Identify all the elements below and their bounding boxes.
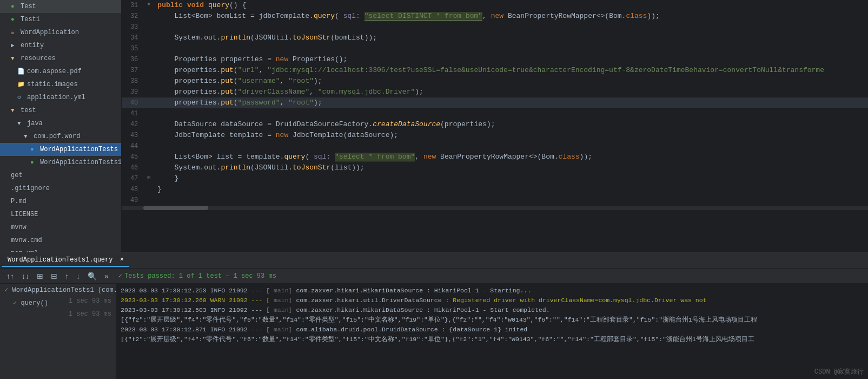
log-json-text: [{"f2":"展开层级","f4":"零件代号","f6":"数量","f14… bbox=[121, 336, 754, 343]
run-item-class[interactable]: ✓ WordApplicationTests1 (com.p 1 sec 93 … bbox=[0, 284, 116, 297]
bottom-panel: WordApplicationTests1.query × ↑↑ ↓↓ ⊞ ⊟ … bbox=[0, 252, 868, 379]
log-time: 2023-03-03 17:30:12.253 bbox=[121, 287, 207, 294]
settings-btn[interactable]: ⊟ bbox=[49, 271, 59, 282]
log-line-json2: [{"f2":"展开层级","f4":"零件代号","f6":"数量","f14… bbox=[121, 335, 864, 344]
sidebar-item-label: com.aspose.pdf bbox=[27, 66, 82, 77]
circle-icon: ● bbox=[11, 14, 18, 25]
sidebar-item-get[interactable]: get bbox=[0, 169, 121, 182]
line-number: 41 bbox=[122, 108, 144, 119]
bottom-toolbar: ↑↑ ↓↓ ⊞ ⊟ ↑ ↓ 🔍 » ✓ Tests passed: 1 of 1… bbox=[0, 269, 868, 284]
line-number: 39 bbox=[122, 87, 144, 97]
down-btn[interactable]: ↓ bbox=[74, 271, 82, 282]
sidebar-item-pomxml[interactable]: pom.xml bbox=[0, 247, 121, 252]
sidebar: ● Test ● Test1 ☕ WordApplication ▶ entit… bbox=[0, 0, 122, 252]
code-row-44: 44 bbox=[122, 141, 868, 152]
gutter bbox=[144, 141, 153, 152]
gutter bbox=[144, 119, 153, 130]
gutter bbox=[144, 32, 153, 43]
code-line: DataSource dataSource = DruidDataSourceF… bbox=[153, 119, 868, 130]
java-icon: ☕ bbox=[11, 27, 18, 38]
gutter bbox=[144, 65, 153, 76]
log-area[interactable]: 2023-03-03 17:30:12.253 INFO 21092 --- [… bbox=[116, 284, 868, 379]
fold-btn[interactable]: ▼ bbox=[145, 2, 152, 8]
sidebar-item-test[interactable]: ● Test bbox=[0, 0, 121, 13]
sidebar-item-wordapp[interactable]: ☕ WordApplication bbox=[0, 26, 121, 39]
more-btn[interactable]: » bbox=[102, 271, 111, 282]
log-thread: main] bbox=[274, 306, 293, 313]
sidebar-item-license[interactable]: LICENSE bbox=[0, 208, 121, 221]
sidebar-item-mvnwcmd[interactable]: mvnw.cmd bbox=[0, 234, 121, 247]
log-thread: main] bbox=[274, 297, 293, 304]
gutter bbox=[144, 54, 153, 65]
sidebar-item-label: WordApplicationTests1 bbox=[40, 157, 122, 168]
sidebar-item-label: pom.xml bbox=[11, 248, 38, 252]
code-line: } bbox=[153, 184, 868, 195]
log-thread: main] bbox=[274, 326, 293, 333]
line-number: 38 bbox=[122, 76, 144, 87]
gutter bbox=[144, 130, 153, 141]
log-logger: com.zaxxer.hikari.HikariDataSource bbox=[296, 287, 423, 294]
folder-icon: ▼ bbox=[24, 131, 31, 142]
line-number: 33 bbox=[122, 22, 144, 32]
sidebar-item-label: Test bbox=[21, 1, 36, 12]
sidebar-item-pmd[interactable]: P.md bbox=[0, 195, 121, 208]
horizontal-scrollbar[interactable] bbox=[122, 206, 868, 210]
gutter bbox=[144, 76, 153, 87]
rerun-failed-btn[interactable]: ↓↓ bbox=[19, 271, 31, 282]
log-time: 2023-03-03 17:30:12.503 bbox=[121, 306, 207, 313]
code-row-47: 47 ⊞ } bbox=[122, 173, 868, 184]
fold-btn[interactable]: ⊞ bbox=[145, 174, 152, 181]
scrollbar-thumb[interactable] bbox=[143, 206, 208, 210]
sidebar-item-label: get bbox=[11, 170, 23, 181]
arrow-down-icon: ▼ bbox=[11, 53, 18, 64]
log-logger: com.zaxxer.hikari.HikariDataSource bbox=[296, 306, 423, 313]
rerun-btn[interactable]: ↑↑ bbox=[4, 271, 16, 282]
line-number: 35 bbox=[122, 43, 144, 54]
log-time: 2023-03-03 17:30:12.260 bbox=[121, 297, 207, 304]
code-row-31: 31 ▼ public void query() { bbox=[122, 0, 868, 11]
sidebar-item-java[interactable]: ▼ java bbox=[0, 117, 121, 130]
code-line: List<Bom> list = template.query( sql: "s… bbox=[153, 152, 868, 162]
code-row-39: 39 properties.put("driverClassName", "co… bbox=[122, 87, 868, 97]
line-number: 40 bbox=[122, 97, 144, 108]
line-number: 37 bbox=[122, 65, 144, 76]
sidebar-item-label: mvnw bbox=[11, 222, 26, 233]
code-line: } bbox=[153, 173, 868, 184]
code-row-41: 41 bbox=[122, 108, 868, 119]
stop-btn[interactable]: ⊞ bbox=[35, 271, 45, 282]
gutter bbox=[144, 108, 153, 119]
sidebar-item-label: test bbox=[21, 105, 36, 116]
up-btn[interactable]: ↑ bbox=[63, 271, 71, 282]
sidebar-item-testdir[interactable]: ▼ test bbox=[0, 104, 121, 117]
log-msg: : {dataSource-1} inited bbox=[442, 326, 528, 333]
tab-label: WordApplicationTests1.query bbox=[8, 256, 112, 264]
sidebar-item-wordapptests1[interactable]: ● WordApplicationTests1 bbox=[0, 156, 121, 169]
sidebar-item-yml[interactable]: ⚙ application.yml bbox=[0, 91, 121, 104]
folder-icon: ▼ bbox=[17, 118, 25, 129]
code-table: 31 ▼ public void query() { 32 List<Bom> … bbox=[122, 0, 868, 206]
sidebar-item-test1[interactable]: ● Test1 bbox=[0, 13, 121, 26]
sidebar-item-compdfword[interactable]: ▼ com.pdf.word bbox=[0, 130, 121, 143]
filter-btn[interactable]: 🔍 bbox=[85, 271, 99, 282]
gutter bbox=[144, 184, 153, 195]
sidebar-item-wordapptests[interactable]: ● WordApplicationTests bbox=[0, 143, 121, 156]
sidebar-item-aspose[interactable]: 📄 com.aspose.pdf bbox=[0, 65, 121, 78]
close-tab-btn[interactable]: × bbox=[120, 256, 124, 264]
sidebar-item-gitignore[interactable]: .gitignore bbox=[0, 182, 121, 195]
sidebar-item-label: LICENSE bbox=[11, 209, 38, 220]
sidebar-item-static[interactable]: 📁 static.images bbox=[0, 78, 121, 91]
code-scroll[interactable]: 31 ▼ public void query() { 32 List<Bom> … bbox=[122, 0, 868, 252]
gutter: ⊞ bbox=[144, 173, 153, 184]
sidebar-item-label: P.md bbox=[11, 196, 26, 207]
run-item-time: 1 sec 93 ms bbox=[69, 309, 111, 319]
log-line: 2023-03-03 17:30:12.871 INFO 21092 --- [… bbox=[121, 325, 864, 335]
line-number: 46 bbox=[122, 162, 144, 173]
bottom-tab-query[interactable]: WordApplicationTests1.query × bbox=[2, 254, 129, 267]
code-line: properties.put("password", "root"); bbox=[153, 97, 868, 108]
sidebar-item-entity[interactable]: ▶ entity bbox=[0, 39, 121, 52]
sidebar-item-resources[interactable]: ▼ resources bbox=[0, 52, 121, 65]
sidebar-item-mvnw[interactable]: mvnw bbox=[0, 221, 121, 234]
code-row-34: 34 System.out.println(JSONUtil.toJsonStr… bbox=[122, 32, 868, 43]
log-line-json1: [{"f2":"展开层级","f4":"零件代号","f6":"数量","f14… bbox=[121, 315, 864, 325]
run-item-time: 1 sec 93 ms bbox=[69, 296, 111, 306]
